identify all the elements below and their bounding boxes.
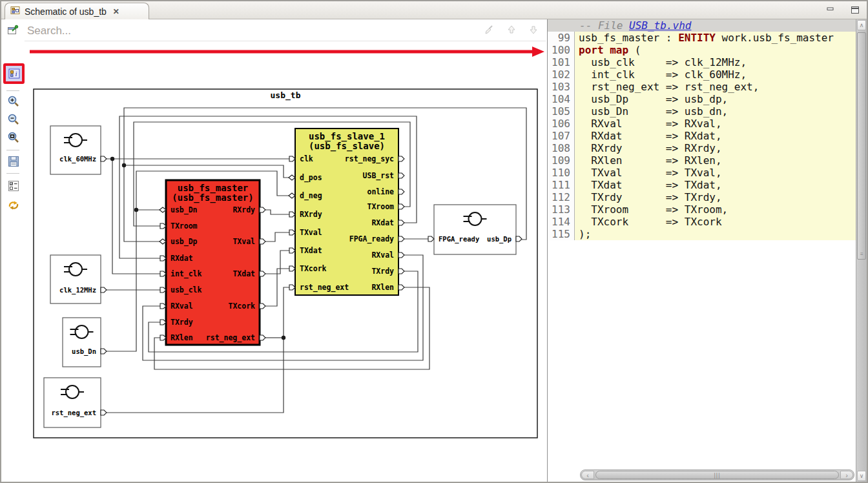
port-label: clk_60MHz xyxy=(59,155,96,163)
line-number: 107 xyxy=(548,130,575,142)
svg-text:i: i xyxy=(15,70,17,77)
vertical-scrollbar[interactable]: ∧ ≡ ∨ xyxy=(856,19,867,482)
port-RXrdy-out[interactable] xyxy=(260,207,265,212)
zoom-out-icon[interactable] xyxy=(6,112,21,127)
code-line[interactable]: 103 rst_neg_ext => rst_neg_ext, xyxy=(548,81,856,93)
code-line[interactable]: 99usb_fs_master : ENTITY work.usb_fs_mas… xyxy=(548,32,856,44)
scroll-left-icon[interactable]: ‹ xyxy=(581,471,594,479)
port-clk-in[interactable] xyxy=(289,156,295,161)
schematic-canvas[interactable]: usb_tbclk_60MHzclk_12MHzusb_Dnrst_neg_ex… xyxy=(1,19,546,483)
schematic-block-FPGA_ready[interactable]: FPGA_readyusb_Dp xyxy=(428,205,522,254)
port-label: RXval xyxy=(371,251,394,260)
port-clk_12MHz-out[interactable] xyxy=(101,287,107,293)
zoom-fit-icon[interactable] xyxy=(6,130,21,145)
arrow-down-icon[interactable] xyxy=(528,24,539,38)
horizontal-scrollbar[interactable]: ‹ ||| › xyxy=(580,469,854,480)
options-icon[interactable] xyxy=(6,178,21,194)
code-line[interactable]: 102 int_clk => clk_60MHz, xyxy=(548,68,856,81)
code-line[interactable]: 111 TXdat => TXdat, xyxy=(548,179,856,191)
code-line[interactable]: 114 TXcork => TXcork xyxy=(548,216,856,228)
port-rst_neg_ext-out[interactable] xyxy=(101,410,107,415)
port-label: usb_Dn xyxy=(72,347,96,356)
line-number: 113 xyxy=(548,203,575,216)
code-line[interactable]: 108 RXrdy => RXrdy, xyxy=(548,142,856,154)
port-usb_Dn-out[interactable] xyxy=(101,349,107,354)
line-number: 111 xyxy=(548,179,575,191)
port-online-out[interactable] xyxy=(398,189,404,194)
net-wire-usb_dn[interactable] xyxy=(101,210,166,351)
line-number: 106 xyxy=(548,118,575,130)
minimize-icon[interactable] xyxy=(825,5,836,14)
code-line[interactable]: 109 RXlen => RXlen, xyxy=(548,154,856,167)
port-usb_Dp-out[interactable] xyxy=(516,236,522,242)
schematic-block-clk_12MHz[interactable]: clk_12MHz xyxy=(50,255,107,303)
port-TXcork-out[interactable] xyxy=(260,303,265,309)
pin-editor-icon[interactable] xyxy=(7,25,19,39)
port-label: rst_neg_ext xyxy=(51,409,96,417)
net-wire-TXval[interactable] xyxy=(265,232,289,242)
code-line[interactable]: 115); xyxy=(548,228,856,240)
block-subtitle: (usb_fs_slave) xyxy=(309,141,385,152)
port-TXval-in[interactable] xyxy=(289,230,295,235)
line-number: 100 xyxy=(548,44,575,56)
port-TXrdy-out[interactable] xyxy=(398,269,404,274)
port-USB_rst-out[interactable] xyxy=(398,173,404,178)
code-file-header: -- File USB_tb.vhd xyxy=(548,19,856,32)
schematic-block-usb_Dn[interactable]: usb_Dn xyxy=(63,318,107,367)
code-line[interactable]: 107 RXdat => RXdat, xyxy=(548,130,856,142)
vertical-scroll-thumb[interactable]: ≡ xyxy=(857,32,866,260)
port-TXcork-in[interactable] xyxy=(289,266,295,271)
code-line[interactable]: 110 TXval => TXval, xyxy=(548,167,856,179)
port-TXroom-out[interactable] xyxy=(398,204,404,209)
code-line[interactable]: 100port map ( xyxy=(548,44,856,56)
schematic-block-clk_60MHz[interactable]: clk_60MHz xyxy=(50,126,107,174)
net-wire-clk_60MHz_int_clk[interactable] xyxy=(112,159,166,274)
port-TXval-out[interactable] xyxy=(260,239,265,244)
code-line[interactable]: 112 TXrdy => TXrdy, xyxy=(548,191,856,203)
port-rst_neg_ext-out[interactable] xyxy=(260,335,265,340)
port-label: RXdat xyxy=(371,218,394,227)
port-clk_60MHz-out[interactable] xyxy=(101,156,107,161)
port-RXval-out[interactable] xyxy=(398,252,404,258)
port-FPGA_ready-in[interactable] xyxy=(428,236,434,242)
sync-icon[interactable] xyxy=(6,198,21,213)
port-TXdat-in[interactable] xyxy=(289,248,295,253)
schematic-block-usb_fs_slave_1[interactable]: usb_fs_slave_1(usb_fs_slave)clkd_posd_ne… xyxy=(289,128,404,295)
port-TXdat-out[interactable] xyxy=(260,271,265,276)
port-label: TXdat xyxy=(300,246,322,255)
code-line[interactable]: 113 TXroom => TXroom, xyxy=(548,203,856,216)
tab-schematic[interactable]: Schematic of usb_tb ✕ xyxy=(5,3,149,20)
file-link[interactable]: USB_tb.vhd xyxy=(629,19,691,32)
maximize-icon[interactable] xyxy=(850,5,860,14)
horizontal-scroll-thumb[interactable]: ||| xyxy=(595,471,839,479)
port-d_pos-bidir[interactable] xyxy=(289,175,295,180)
scroll-down-icon[interactable]: ∨ xyxy=(857,471,866,481)
port-RXdat-out[interactable] xyxy=(398,220,404,225)
port-RXlen-out[interactable] xyxy=(398,285,404,290)
tab-close-icon[interactable]: ✕ xyxy=(113,7,119,16)
code-editor[interactable]: 99usb_fs_master : ENTITY work.usb_fs_mas… xyxy=(548,32,856,469)
code-line[interactable]: 104 usb_Dp => usb_dp, xyxy=(548,93,856,105)
code-line[interactable]: 101 usb_clk => clk_12MHz, xyxy=(548,56,856,68)
port-FPGA_ready-out[interactable] xyxy=(398,236,404,242)
search-bar xyxy=(25,21,546,41)
scroll-right-icon[interactable]: › xyxy=(840,471,853,479)
scroll-up-icon[interactable]: ∧ xyxy=(857,20,866,30)
schematic-block-usb_fs_master[interactable]: usb_fs_master(usb_fs_master)usb_DnTXroom… xyxy=(160,180,265,345)
schematic-block-rst_neg_ext[interactable]: rst_neg_ext xyxy=(44,378,107,427)
port-rst_neg_syc-out[interactable] xyxy=(398,156,404,161)
port-label: d_neg xyxy=(300,191,322,201)
port-RXrdy-in[interactable] xyxy=(289,212,295,217)
port-d_neg-bidir[interactable] xyxy=(289,193,295,198)
clear-search-icon[interactable] xyxy=(484,24,495,38)
net-wire-RXrdy[interactable] xyxy=(265,210,289,214)
code-line[interactable]: 105 usb_Dn => usb_dn, xyxy=(548,105,856,118)
arrow-up-icon[interactable] xyxy=(506,24,517,38)
port-rst_neg_ext-in[interactable] xyxy=(289,285,295,290)
save-icon[interactable] xyxy=(6,154,21,169)
zoom-in-icon[interactable] xyxy=(6,94,21,109)
code-line[interactable]: 106 RXval => RXval, xyxy=(548,118,856,130)
port-label: TXroom xyxy=(367,202,394,211)
netlist-icon[interactable]: i xyxy=(3,63,25,84)
search-input[interactable] xyxy=(25,25,484,37)
